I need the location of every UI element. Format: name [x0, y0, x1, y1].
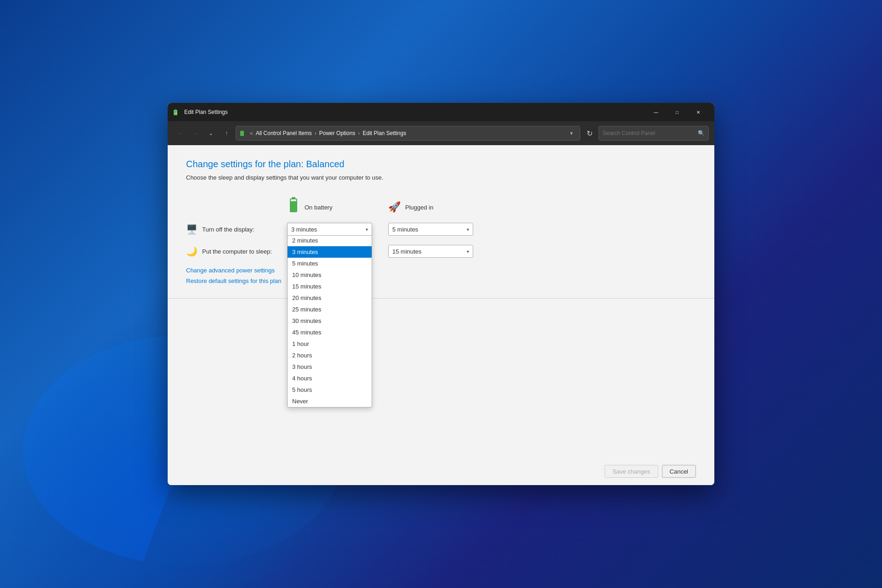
up-button[interactable]: ↑: [220, 127, 233, 140]
sleep-setting-label: 🌙 Put the computer to sleep:: [186, 246, 287, 257]
option-5-hours[interactable]: 5 hours: [288, 384, 372, 396]
display-icon: 🖥️: [186, 224, 198, 235]
titlebar: Edit Plan Settings — □ ✕: [168, 103, 714, 121]
option-15-minutes[interactable]: 15 minutes: [288, 281, 372, 292]
plugged-icon: 🚀: [388, 201, 401, 213]
option-1-hour[interactable]: 1 hour: [288, 338, 372, 350]
option-45-minutes[interactable]: 45 minutes: [288, 327, 372, 338]
option-30-minutes[interactable]: 30 minutes: [288, 315, 372, 327]
titlebar-controls: — □ ✕: [645, 103, 709, 121]
save-changes-button[interactable]: Save changes: [605, 465, 658, 478]
minimize-button[interactable]: —: [645, 103, 667, 121]
titlebar-title: Edit Plan Settings: [184, 109, 645, 115]
search-box[interactable]: 🔍: [599, 126, 709, 141]
forward-button[interactable]: →: [189, 127, 202, 140]
breadcrumb-arrow-1: ›: [315, 130, 317, 136]
option-5-minutes[interactable]: 5 minutes: [288, 258, 372, 269]
plugged-label: Plugged in: [405, 204, 433, 211]
display-battery-dropdown-container: 1 minute 2 minutes 3 minutes 5 minutes 1…: [287, 223, 372, 236]
svg-rect-6: [242, 130, 243, 131]
dropdown-arrow-plugged-icon: ▾: [467, 227, 469, 232]
dropdown-arrow-icon: ▾: [366, 227, 368, 232]
links-section: Change advanced power settings Restore d…: [186, 267, 696, 284]
breadcrumb-arrow-2: ›: [358, 130, 360, 136]
option-2-hours[interactable]: 2 hours: [288, 350, 372, 361]
cancel-button[interactable]: Cancel: [662, 465, 696, 478]
svg-rect-5: [240, 131, 244, 136]
display-plugged-dropdown-container: 5 minutes ▾: [388, 223, 473, 236]
addressbar: ← → ⌄ ↑ « All Control Panel Items › Powe…: [168, 121, 714, 145]
display-setting-label: 🖥️ Turn off the display:: [186, 224, 287, 235]
dropdown-nav-button[interactable]: ⌄: [204, 127, 217, 140]
window-icon: [173, 108, 181, 116]
footer: Save changes Cancel: [168, 458, 714, 485]
display-setting-row: 🖥️ Turn off the display: 1 minute 2 minu…: [186, 223, 696, 236]
search-icon: 🔍: [698, 130, 705, 136]
sleep-plugged-value: 15 minutes: [392, 248, 422, 255]
sleep-plugged-dropdown[interactable]: 15 minutes ▾: [388, 245, 473, 258]
plan-title: Change settings for the plan: Balanced: [186, 159, 696, 170]
search-input[interactable]: [603, 130, 695, 136]
sleep-plugged-dropdown-container: 15 minutes ▾: [388, 245, 473, 258]
option-2-minutes[interactable]: 2 minutes: [288, 235, 372, 246]
option-20-minutes[interactable]: 20 minutes: [288, 292, 372, 304]
back-button[interactable]: ←: [173, 127, 186, 140]
option-3-minutes-selected[interactable]: 3 minutes: [288, 246, 372, 258]
column-headers: On battery 🚀 Plugged in: [287, 197, 696, 217]
option-never[interactable]: Never: [288, 396, 372, 407]
restore-defaults-link[interactable]: Restore default settings for this plan: [186, 277, 696, 284]
refresh-button[interactable]: ↻: [583, 127, 596, 140]
sleep-dropdown-arrow-icon: ▾: [467, 249, 469, 254]
display-plugged-dropdown[interactable]: 5 minutes ▾: [388, 223, 473, 236]
address-dropdown-button[interactable]: ▾: [567, 129, 576, 138]
sleep-label-text: Put the computer to sleep:: [202, 248, 272, 255]
option-3-hours[interactable]: 3 hours: [288, 361, 372, 373]
battery-icon: [287, 197, 300, 217]
advanced-power-settings-link[interactable]: Change advanced power settings: [186, 267, 696, 274]
breadcrumb-power-options[interactable]: Power Options: [319, 130, 356, 136]
maximize-button[interactable]: □: [667, 103, 688, 121]
display-battery-dropdown[interactable]: 3 minutes ▾: [287, 223, 372, 236]
display-battery-value: 3 minutes: [291, 226, 317, 233]
svg-rect-3: [175, 109, 176, 110]
plugged-column-header: 🚀 Plugged in: [388, 197, 489, 217]
breadcrumb-current: Edit Plan Settings: [362, 130, 406, 136]
breadcrumb-root[interactable]: All Control Panel Items: [256, 130, 312, 136]
sleep-icon: 🌙: [186, 246, 198, 257]
display-plugged-value: 5 minutes: [392, 226, 418, 233]
display-battery-dropdown-open[interactable]: 1 minute 2 minutes 3 minutes 5 minutes 1…: [287, 223, 372, 407]
option-4-hours[interactable]: 4 hours: [288, 373, 372, 384]
close-button[interactable]: ✕: [688, 103, 709, 121]
option-25-minutes[interactable]: 25 minutes: [288, 304, 372, 315]
content-divider: [168, 298, 714, 299]
main-window: Edit Plan Settings — □ ✕ ← → ⌄ ↑ « All C…: [168, 103, 714, 485]
plan-description: Choose the sleep and display settings th…: [186, 174, 696, 181]
address-bar[interactable]: « All Control Panel Items › Power Option…: [236, 126, 580, 141]
option-10-minutes[interactable]: 10 minutes: [288, 269, 372, 281]
display-label-text: Turn off the display:: [202, 226, 254, 233]
battery-label: On battery: [305, 204, 333, 211]
content-area: Change settings for the plan: Balanced C…: [168, 145, 714, 458]
battery-column-header: On battery: [287, 197, 388, 217]
cp-icon: [240, 130, 247, 137]
sleep-setting-row: 🌙 Put the computer to sleep: 15 minutes …: [186, 245, 696, 258]
breadcrumb-separator-1: «: [250, 130, 253, 136]
